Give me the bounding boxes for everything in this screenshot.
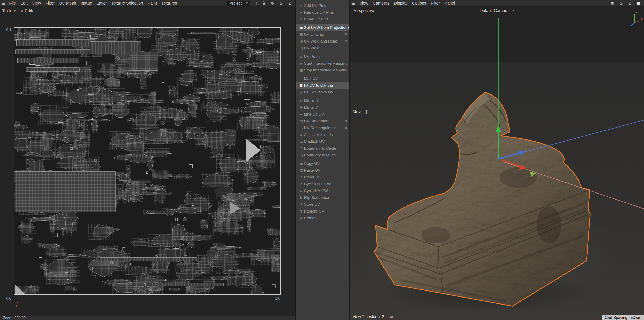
clear-uv-pins-icon: ×	[298, 17, 304, 21]
menu-item-view[interactable]: View	[30, 1, 43, 6]
command-label: Flip Sequence	[304, 195, 329, 200]
dock-down-icon[interactable]	[278, 1, 284, 6]
dock-down-icon[interactable]	[618, 1, 624, 6]
command-label: UV Unwrap	[304, 32, 324, 37]
command-align-uv-islands[interactable]: #Align UV Islands	[296, 131, 349, 138]
command-restore-uv[interactable]: ⇑Restore UV	[296, 208, 349, 215]
command-start-interactive-mapping[interactable]: ▶Start Interactive Mapping	[296, 60, 349, 67]
gear-icon[interactable]	[344, 39, 348, 43]
camera-label[interactable]: Default Camera	[350, 8, 644, 13]
menu-item-layer[interactable]: Layer	[94, 1, 109, 6]
menu-item-edit[interactable]: Edit	[18, 1, 30, 6]
material-sphere-icon[interactable]	[610, 1, 615, 6]
command-paste-uv[interactable]: ▨Paste UV	[296, 167, 349, 174]
menu-item-filter[interactable]: Filter	[43, 1, 57, 6]
command-label: Start Interactive Mapping	[304, 61, 348, 66]
command-remove-uv-pins[interactable]: −Remove UV Pins	[296, 9, 349, 16]
gear-icon[interactable]	[344, 119, 348, 123]
restore-uv-icon: ⇑	[298, 209, 304, 213]
command-cycle-uv-ccw[interactable]: ↺Cycle UV CCW	[296, 181, 349, 187]
command-label: Unstitch UV	[304, 139, 324, 144]
viewport-menu-items: ViewCamerasDisplayOptionsFilterPanel	[357, 1, 457, 6]
command-max-uv[interactable]: ◻Max UV	[296, 75, 349, 82]
command-add-uv-pins[interactable]: +Add UV Pins	[296, 2, 349, 9]
command-boundary-to-circle[interactable]: ○Boundary to Circle	[296, 145, 349, 152]
command-remap[interactable]: ⇄Remap...	[296, 215, 349, 221]
line-up-uv-icon: ≡	[298, 112, 304, 116]
mirror-u-icon: ◐	[298, 99, 304, 103]
command-mirror-v[interactable]: ◓Mirror V	[296, 104, 349, 111]
command-line-up-uv[interactable]: ≡Line Up UV	[296, 111, 349, 118]
uv-rectangularize-icon: ▭	[298, 126, 304, 130]
command-uv-weld[interactable]: ◫UV Weld	[296, 45, 349, 51]
command-unstitch-uv[interactable]: ◪Unstitch UV	[296, 138, 349, 145]
command-uv-peeler[interactable]: ▱UV Peeler	[296, 53, 349, 60]
viewport-scene[interactable]: Perspective Default Camera Y X	[350, 7, 644, 320]
remove-uv-pins-icon: −	[298, 10, 304, 15]
menu-item-display[interactable]: Display	[392, 1, 410, 6]
menu-item-cameras[interactable]: Cameras	[370, 1, 392, 6]
panel-title: Texture UV Editor	[2, 8, 36, 13]
histogram-icon[interactable]	[252, 1, 258, 6]
menu-item-textures[interactable]: Textures	[159, 1, 180, 6]
menu-item-view[interactable]: View	[357, 1, 370, 6]
command-copy-uv[interactable]: ▣Copy UV	[296, 160, 349, 167]
reset-uv-icon: ↺	[298, 175, 304, 179]
axis-hud: Y X	[629, 10, 643, 29]
command-label: Boundary to Quad	[304, 153, 336, 157]
command-label: Remap...	[304, 216, 320, 220]
store-uv-icon: ⇓	[298, 202, 304, 207]
command-fit-canvas-to-uv[interactable]: ⊟Fit Canvas to UV	[296, 89, 349, 96]
panel-menu-icon[interactable]	[351, 1, 356, 6]
circle-icon[interactable]	[270, 1, 275, 6]
uv-command-list: +Add UV Pins−Remove UV Pins×Clear UV Pin…	[296, 2, 349, 221]
gear-icon[interactable]	[348, 26, 349, 30]
uv-map-canvas[interactable]	[14, 27, 280, 295]
command-cycle-uv-cw[interactable]: ↻Cycle UV CW	[296, 187, 349, 194]
gear-icon[interactable]	[344, 33, 348, 36]
uv-command-panel: +Add UV Pins−Remove UV Pins×Clear UV Pin…	[296, 0, 349, 320]
command-reset-uv[interactable]: ↺Reset UV	[296, 174, 349, 181]
command-boundary-to-quad[interactable]: □Boundary to Quad	[296, 152, 349, 158]
lock-icon[interactable]	[261, 1, 266, 6]
command-label: Stop Interactive Mapping	[304, 68, 347, 72]
gear-icon[interactable]	[344, 126, 348, 130]
menu-item-options[interactable]: Options	[410, 1, 428, 6]
command-uv-weld-and-relax[interactable]: ▥UV Weld and Relax	[296, 38, 349, 45]
menu-item-paint[interactable]: Paint	[145, 1, 159, 6]
camera-label-text: Default Camera	[480, 8, 508, 13]
menu-item-uv-mesh[interactable]: UV Mesh	[57, 1, 78, 6]
command-label: Cycle UV CCW	[304, 182, 331, 186]
panel-layout-icon[interactable]	[636, 1, 641, 6]
panel-menu-icon[interactable]	[1, 1, 6, 6]
menu-item-texture-selection[interactable]: Texture Selection	[109, 1, 145, 6]
command-uv-straighten[interactable]: ▤UV Straighten	[296, 118, 349, 124]
menu-item-file[interactable]: File	[7, 1, 18, 6]
remap-icon: ⇄	[298, 216, 304, 220]
menu-item-image[interactable]: Image	[78, 1, 94, 6]
sphinx-model[interactable]	[374, 91, 592, 309]
viewport-menubar: ViewCamerasDisplayOptionsFilterPanel	[350, 0, 644, 7]
max-uv-icon: ◻	[298, 77, 304, 81]
dock-down-icon[interactable]	[287, 1, 292, 6]
grid-spacing-chip: Grid Spacing : 50 cm	[602, 315, 644, 320]
zoom-level: Zoom: 259.0%	[3, 316, 27, 320]
viewport-toolbar	[609, 1, 644, 6]
command-store-uv[interactable]: ⇓Store UV	[296, 201, 349, 208]
command-stop-interactive-mapping[interactable]: ■Stop Interactive Mapping	[296, 67, 349, 73]
unstitch-uv-icon: ◪	[298, 139, 304, 143]
uv-editor-menu-items: FileEditViewFilterUV MeshImageLayerTextu…	[7, 1, 180, 6]
command-set-uvw-from-projection[interactable]: ▣Set UVW from Projection	[296, 24, 349, 31]
dock-down-icon[interactable]	[627, 1, 632, 6]
command-clear-uv-pins[interactable]: ×Clear UV Pins	[296, 16, 349, 23]
command-fit-uv-to-canvas[interactable]: ⊞Fit UV to Canvas	[296, 82, 349, 89]
command-mirror-u[interactable]: ◐Mirror U	[296, 97, 349, 104]
command-uv-unwrap[interactable]: ▤UV Unwrap	[296, 31, 349, 38]
set-uvw-from-projection-icon: ▣	[298, 26, 304, 30]
command-flip-sequence[interactable]: ⇅Flip Sequence	[296, 194, 349, 201]
menu-item-filter[interactable]: Filter	[428, 1, 442, 6]
project-dropdown[interactable]: Project	[227, 1, 250, 6]
command-uv-rectangularize[interactable]: ▭UV Rectangularize	[296, 124, 349, 131]
command-label: Restore UV	[304, 209, 324, 214]
menu-item-panel[interactable]: Panel	[442, 1, 457, 6]
